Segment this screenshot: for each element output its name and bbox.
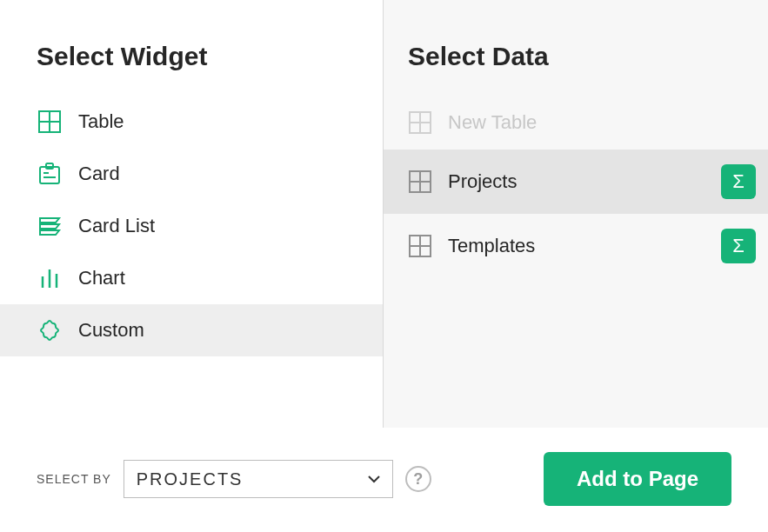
widget-label: Table xyxy=(78,110,124,133)
card-icon xyxy=(37,161,63,187)
widget-label: Card xyxy=(78,163,120,185)
select-widget-panel: Select Widget Table Card xyxy=(0,0,384,428)
custom-icon xyxy=(37,317,63,343)
table-icon xyxy=(408,234,432,258)
widget-label: Card List xyxy=(78,215,155,237)
widget-label: Custom xyxy=(78,319,144,342)
chart-icon xyxy=(37,265,63,291)
widget-row-card[interactable]: Card xyxy=(0,148,383,200)
data-label: Templates xyxy=(448,235,535,257)
widget-row-custom[interactable]: Custom xyxy=(0,304,383,356)
table-icon xyxy=(408,170,432,194)
data-row-new-table: New Table xyxy=(384,96,768,150)
data-row-projects[interactable]: Projects Σ xyxy=(384,150,768,214)
footer: SELECT BY PROJECTS ? Add to Page xyxy=(0,428,768,532)
widget-row-table[interactable]: Table xyxy=(0,96,383,148)
select-data-panel: Select Data New Table Projects Σ xyxy=(384,0,768,428)
widget-list: Table Card Card List xyxy=(0,96,383,356)
data-label: New Table xyxy=(448,111,537,134)
chevron-down-icon xyxy=(366,471,382,487)
select-widget-title: Select Widget xyxy=(0,0,383,96)
summary-button[interactable]: Σ xyxy=(721,229,756,263)
table-icon xyxy=(37,109,63,135)
widget-label: Chart xyxy=(78,267,125,289)
add-to-page-button[interactable]: Add to Page xyxy=(544,452,731,506)
table-icon xyxy=(408,110,432,135)
data-list: New Table Projects Σ Templates xyxy=(384,96,768,278)
widget-row-chart[interactable]: Chart xyxy=(0,252,383,304)
data-label: Projects xyxy=(448,170,517,193)
select-by-value: PROJECTS xyxy=(137,469,244,489)
select-by-dropdown[interactable]: PROJECTS xyxy=(124,460,393,498)
help-button[interactable]: ? xyxy=(405,466,431,492)
data-row-templates[interactable]: Templates Σ xyxy=(384,214,768,278)
cardlist-icon xyxy=(37,213,63,239)
select-data-title: Select Data xyxy=(384,0,768,96)
select-by-label: SELECT BY xyxy=(37,472,111,486)
summary-button[interactable]: Σ xyxy=(721,164,756,199)
widget-row-cardlist[interactable]: Card List xyxy=(0,200,383,252)
